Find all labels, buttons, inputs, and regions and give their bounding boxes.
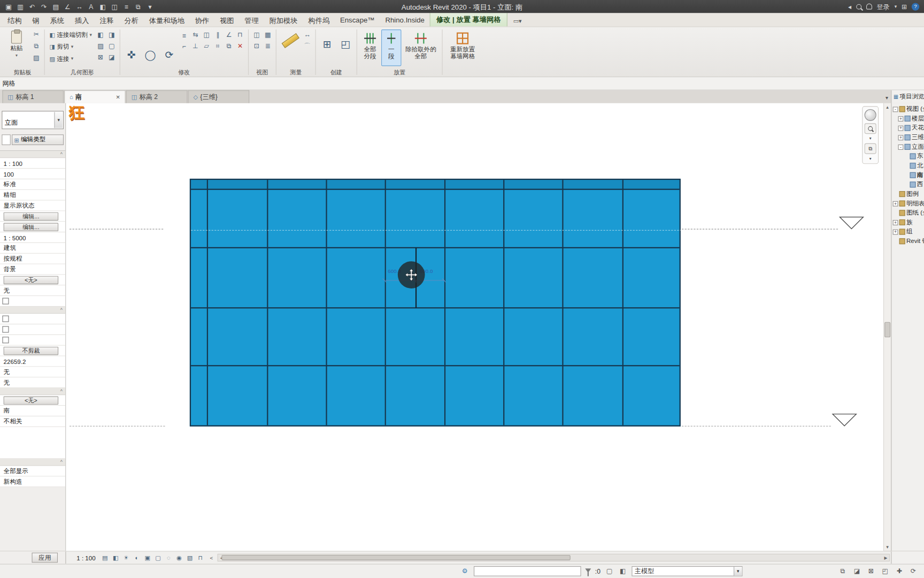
close-tab-icon[interactable]: ✕ <box>116 94 120 100</box>
curtain-grid-line-vertical[interactable] <box>207 180 208 425</box>
search-icon[interactable] <box>856 4 861 9</box>
cut-icon[interactable]: ✂ <box>31 29 41 40</box>
login-label[interactable]: 登录 <box>877 2 890 11</box>
scale-icon[interactable]: ▱ <box>202 41 212 51</box>
rotate-small-icon[interactable]: ∠ <box>224 30 234 40</box>
override-graphics-icon[interactable]: ▦ <box>263 30 273 40</box>
property-row[interactable]: 不相关 <box>0 416 65 427</box>
properties-filter-select[interactable] <box>2 134 11 145</box>
copy-icon[interactable]: ⧉ <box>224 41 234 51</box>
browser-item[interactable]: -视图 (全部) <box>891 104 924 114</box>
exclude-options-icon[interactable]: ◧ <box>618 567 628 576</box>
property-row[interactable]: 精细 <box>0 190 65 201</box>
browser-item[interactable]: 东 <box>891 151 924 161</box>
browser-item[interactable]: 南 <box>891 170 924 180</box>
tab-list-icon[interactable]: ▾ <box>883 95 891 103</box>
expand-icon[interactable]: + <box>893 229 898 234</box>
join-geometry-button[interactable]: ▨ 连接 ▾ <box>48 53 94 64</box>
browser-item[interactable]: 西 <box>891 180 924 189</box>
property-row[interactable] <box>0 314 65 324</box>
property-row[interactable] <box>0 427 65 459</box>
pin-icon[interactable]: ⊥ <box>190 41 201 51</box>
curtain-grid-line-vertical[interactable] <box>385 180 386 425</box>
property-row[interactable]: 22659.2 <box>0 356 65 367</box>
delete-icon[interactable]: ✕ <box>235 41 245 51</box>
load-family-icon[interactable]: ⊞ <box>319 29 335 59</box>
chevron-down-icon[interactable]: ▾ <box>71 44 73 50</box>
property-row[interactable]: 新构造 <box>0 476 65 487</box>
rotate-icon[interactable]: ⟳ <box>161 46 178 64</box>
drag-on-selection-icon[interactable]: ✚ <box>895 567 904 576</box>
property-row[interactable]: <无> <box>0 395 65 406</box>
chevron-down-icon[interactable]: ▾ <box>54 112 62 128</box>
ribbon-display-toggle-icon[interactable]: ▭▾ <box>511 16 524 27</box>
property-row[interactable]: 南 <box>0 406 65 416</box>
array-icon[interactable]: ∥ <box>213 30 223 40</box>
curtain-grid-line-horizontal[interactable] <box>191 247 680 248</box>
linework-icon[interactable]: ⊡ <box>252 41 262 51</box>
split-icon[interactable]: ⌐ <box>179 41 189 51</box>
browser-item[interactable]: 北 <box>891 161 924 171</box>
split-face-icon[interactable]: ▢ <box>106 41 117 51</box>
select-pinned-icon[interactable]: ⊠ <box>866 567 876 576</box>
measure-icon[interactable]: ∠ <box>63 2 73 12</box>
print-icon[interactable]: ▤ <box>51 2 61 12</box>
show-crop-icon[interactable]: ▢ <box>153 553 163 562</box>
edit-type-button[interactable]: ⊞ 编辑类型 <box>12 134 64 145</box>
zoom-icon[interactable] <box>865 123 876 134</box>
curtain-grid-line-vertical[interactable] <box>622 180 623 425</box>
browser-item[interactable]: 图例 <box>891 189 924 199</box>
demolish-icon[interactable]: ⊠ <box>95 52 105 63</box>
browser-item[interactable]: +组 <box>891 227 924 237</box>
type-selector[interactable]: 立面 ▾ <box>2 111 64 129</box>
editable-only-icon[interactable]: ▢ <box>605 567 614 576</box>
chevron-down-icon[interactable]: ▾ <box>89 33 91 38</box>
replace-curtain-grid-button[interactable]: 重新放置 幕墙网格 <box>445 29 480 66</box>
background-processes-icon[interactable]: ⟳ <box>908 567 918 576</box>
cope-button[interactable]: ◧ 连接端切割 ▾ <box>48 29 94 41</box>
select-underlay-icon[interactable]: ◪ <box>852 567 862 576</box>
match-type-icon[interactable]: ▨ <box>31 53 41 63</box>
previous-zoom-icon[interactable]: ⧉ <box>865 143 876 154</box>
curtain-grid-line-vertical[interactable] <box>562 180 563 425</box>
measure-between-icon[interactable]: ↔ <box>302 29 312 40</box>
curtain-wall-face[interactable]: 600.0600.0 <box>190 179 681 427</box>
browser-item[interactable]: +三维视图 <box>891 133 924 142</box>
save-icon[interactable]: ▥ <box>16 2 26 12</box>
level-marker[interactable] <box>838 216 865 232</box>
curtain-grid-line-vertical[interactable] <box>444 180 445 425</box>
select-by-face-icon[interactable]: ◰ <box>880 567 890 576</box>
mirror-icon[interactable]: ◫ <box>202 30 212 40</box>
cut-geometry-button[interactable]: ◨ 剪切 ▾ <box>48 41 94 52</box>
curtain-grid-line-horizontal[interactable] <box>191 307 680 308</box>
ribbon-tab[interactable]: 结构 <box>2 13 27 26</box>
property-row[interactable]: 无 <box>0 285 65 296</box>
paint-icon[interactable]: ◪ <box>106 52 117 63</box>
ribbon-tab[interactable]: 附加模块 <box>264 13 303 26</box>
visual-style-icon[interactable]: ◧ <box>111 553 120 562</box>
scroll-right-icon[interactable]: ▶ <box>882 556 889 560</box>
property-row[interactable]: 不剪裁 <box>0 346 65 356</box>
apply-button[interactable]: 应用 <box>32 553 58 563</box>
expand-icon[interactable]: + <box>898 125 904 131</box>
trim-icon[interactable]: ⊓ <box>235 30 245 40</box>
ribbon-tab[interactable]: 视图 <box>214 13 239 26</box>
thin-lines-icon[interactable]: ≡ <box>121 2 132 12</box>
property-row[interactable] <box>0 151 65 158</box>
unpin-icon[interactable]: ⌗ <box>213 41 223 51</box>
curtain-grid-line-vertical[interactable] <box>503 180 504 425</box>
undo-icon[interactable]: ↶ <box>27 2 37 12</box>
scrollbar-thumb[interactable] <box>222 555 571 560</box>
property-row[interactable] <box>0 335 65 346</box>
contextual-tab[interactable]: 修改 | 放置 幕墙网格 <box>430 12 507 27</box>
property-row[interactable]: 无 <box>0 367 65 377</box>
browser-item[interactable]: Revit 链接 <box>891 237 924 246</box>
design-option-select[interactable]: 主模型 ▾ <box>632 566 742 576</box>
scroll-down-icon[interactable]: ▼ <box>886 543 890 551</box>
curtain-grid-line-horizontal[interactable] <box>191 189 680 190</box>
property-row[interactable]: 背景 <box>0 264 65 275</box>
ribbon-tab[interactable]: 插入 <box>70 13 94 26</box>
paste-button[interactable]: 粘贴 ▾ <box>4 29 29 58</box>
offset-icon[interactable]: ⇆ <box>190 30 201 40</box>
vertical-scrollbar[interactable]: ▲ ▼ <box>883 103 891 551</box>
